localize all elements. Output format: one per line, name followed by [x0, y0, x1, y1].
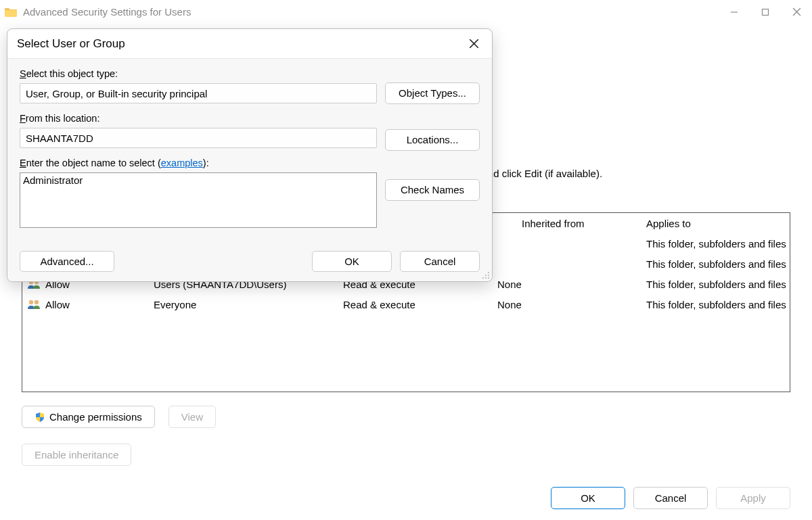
svg-point-19 — [488, 277, 489, 279]
table-row[interactable]: Allow Everyone Read & execute None This … — [22, 294, 790, 314]
dialog-ok-button[interactable]: OK — [312, 251, 392, 272]
maximize-button[interactable] — [750, 2, 781, 22]
select-user-dialog: Select User or Group Select this object … — [7, 28, 493, 282]
parent-titlebar: Advanced Security Settings for Users — [0, 0, 812, 24]
svg-point-16 — [488, 275, 489, 276]
col-inherited: Inherited from — [497, 218, 646, 229]
svg-point-14 — [488, 272, 489, 273]
parent-ok-button[interactable]: OK — [551, 487, 625, 509]
dialog-body: Select this object type: User, Group, or… — [7, 59, 492, 281]
applies-cell: This folder, subfolders and files — [646, 299, 790, 310]
folder-icon — [4, 5, 18, 19]
shield-icon — [35, 412, 45, 423]
enable-inheritance-button[interactable]: Enable inheritance — [22, 444, 131, 466]
locations-button[interactable]: Locations... — [385, 129, 480, 151]
inherited-cell: None — [497, 299, 646, 310]
object-type-field: User, Group, or Built-in security princi… — [20, 83, 377, 103]
applies-cell: This folder, subfolders and files — [646, 279, 790, 290]
window-controls — [719, 2, 812, 22]
examples-link[interactable]: examples — [161, 158, 203, 168]
object-type-value: User, Group, or Built-in security princi… — [26, 88, 207, 99]
location-label: From this location: — [20, 113, 480, 124]
svg-point-10 — [29, 300, 33, 304]
svg-point-15 — [485, 275, 487, 276]
dialog-title: Select User or Group — [17, 37, 125, 51]
object-type-label: Select this object type: — [20, 68, 480, 79]
applies-cell: This folder, subfolders and files — [646, 238, 790, 250]
svg-point-18 — [485, 277, 487, 279]
dialog-titlebar: Select User or Group — [7, 29, 492, 59]
svg-rect-1 — [763, 9, 769, 15]
view-label: View — [181, 411, 203, 423]
object-name-input[interactable] — [20, 172, 377, 228]
enter-name-label: Enter the object name to select (example… — [20, 158, 480, 168]
change-permissions-button[interactable]: Change permissions — [22, 406, 155, 428]
principal-cell: Everyone — [154, 299, 343, 310]
change-permissions-label: Change permissions — [49, 411, 142, 423]
view-button[interactable]: View — [168, 406, 216, 428]
applies-cell: This folder, subfolders and files — [646, 258, 790, 270]
inherited-cell: None — [497, 279, 646, 290]
dialog-cancel-button[interactable]: Cancel — [400, 251, 480, 272]
location-value: SHAANTA7DD — [26, 133, 93, 144]
col-applies: Applies to — [646, 218, 790, 229]
close-button[interactable] — [781, 2, 812, 22]
minimize-button[interactable] — [719, 2, 750, 22]
dialog-close-button[interactable] — [464, 34, 484, 54]
dialog-footer: Advanced... OK Cancel — [20, 251, 480, 272]
access-cell: Read & execute — [343, 299, 497, 310]
parent-cancel-button[interactable]: Cancel — [633, 487, 708, 509]
location-field: SHAANTA7DD — [20, 128, 377, 148]
parent-apply-button[interactable]: Apply — [716, 487, 790, 509]
svg-point-11 — [35, 300, 39, 304]
people-icon — [26, 299, 41, 310]
advanced-button[interactable]: Advanced... — [20, 251, 114, 272]
enable-inheritance-label: Enable inheritance — [35, 449, 118, 460]
svg-point-17 — [482, 277, 484, 279]
parent-footer: OK Cancel Apply — [551, 487, 790, 509]
check-names-button[interactable]: Check Names — [385, 179, 480, 201]
parent-title: Advanced Security Settings for Users — [23, 6, 191, 18]
resize-gripper-icon[interactable] — [481, 270, 491, 280]
type-cell: Allow — [45, 299, 70, 310]
object-types-button[interactable]: Object Types... — [385, 82, 480, 104]
